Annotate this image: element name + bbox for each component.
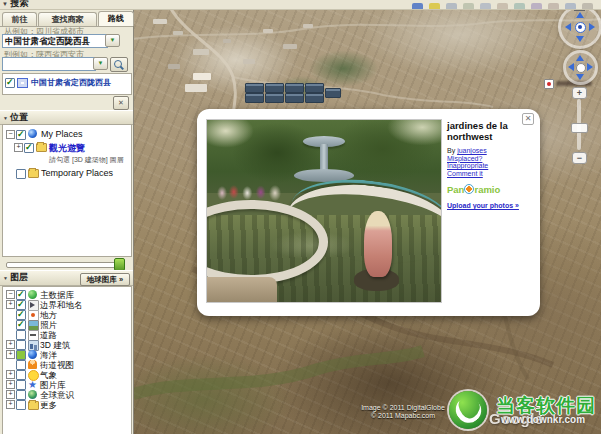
building — [173, 31, 183, 35]
layer-row[interactable]: 道路 — [3, 330, 132, 340]
expander-icon[interactable] — [6, 370, 15, 379]
layer-row[interactable]: 3D 建筑 — [3, 340, 132, 350]
move-down-arrow[interactable] — [576, 74, 584, 80]
look-up-arrow[interactable] — [576, 12, 584, 18]
move-left-arrow[interactable] — [568, 63, 574, 71]
search-button[interactable] — [110, 57, 128, 72]
author-link[interactable]: juanjoses — [457, 147, 487, 154]
look-ring[interactable] — [558, 5, 601, 49]
collapse-triangle-icon[interactable]: ▼ — [2, 1, 8, 7]
more-folder-icon — [28, 401, 39, 410]
building — [153, 19, 167, 24]
blue-building — [305, 83, 324, 93]
my-places-item[interactable]: My Places — [41, 129, 83, 139]
clock-tool-icon[interactable] — [497, 3, 508, 9]
layer-checkbox[interactable] — [16, 400, 26, 410]
expander-icon[interactable] — [6, 130, 15, 139]
print-tool-icon[interactable] — [582, 3, 593, 9]
search-result-item[interactable]: 中国甘肃省定西陇西县 — [31, 77, 111, 88]
tab-directions[interactable]: 路线 — [98, 11, 134, 26]
layer-checkbox[interactable] — [16, 390, 26, 400]
collapse-triangle-icon[interactable]: ▼ — [3, 115, 8, 121]
misplaced-link[interactable]: Misplaced? — [447, 155, 535, 163]
look-left-arrow[interactable] — [565, 23, 571, 31]
compass-eye-icon[interactable] — [575, 22, 586, 33]
from-input[interactable]: 中国甘肃省定西陇西县 — [2, 34, 108, 48]
google-earth-window: ▼ 搜索 前往 查找商家 路线 从例如：四川省成都市 中国甘肃省定西陇西县 ▼ … — [0, 0, 601, 434]
photo-title: jardines de la northwest — [447, 120, 535, 142]
record-tool-icon[interactable] — [480, 3, 491, 9]
ruler-tool-icon[interactable] — [548, 3, 559, 9]
layer-checkbox[interactable] — [16, 330, 26, 340]
expander-icon[interactable] — [6, 300, 15, 309]
layers-panel-header[interactable]: ▼图层 地球图库 » — [0, 270, 133, 286]
building — [223, 39, 231, 43]
email-tool-icon[interactable] — [565, 3, 576, 9]
upload-photos-link[interactable]: Upload your photos » — [447, 202, 535, 209]
layer-checkbox[interactable] — [16, 350, 26, 360]
expander-icon[interactable] — [6, 340, 15, 349]
my-places-checkbox[interactable] — [16, 130, 26, 140]
temporary-places-checkbox[interactable] — [16, 169, 26, 179]
earth-gallery-button[interactable]: 地球图库 » — [80, 273, 130, 286]
zoom-slider-handle[interactable] — [571, 123, 588, 133]
sightseeing-item[interactable]: 觀光遊覽 — [49, 142, 85, 155]
building — [185, 84, 207, 92]
path-tool-icon[interactable] — [446, 3, 457, 9]
joystick-center[interactable] — [576, 63, 586, 73]
panoramio-photo — [206, 119, 442, 303]
layer-row[interactable]: 气象 — [3, 370, 132, 380]
layer-checkbox[interactable] — [16, 360, 26, 370]
blue-building — [245, 83, 264, 93]
to-dropdown-button[interactable]: ▼ — [93, 57, 108, 70]
building — [303, 24, 313, 28]
expander-icon[interactable] — [14, 143, 23, 152]
expander-icon[interactable] — [6, 390, 15, 399]
building — [283, 44, 297, 49]
temporary-places-item[interactable]: Temporary Places — [41, 168, 113, 178]
layer-row[interactable]: 图片库 — [3, 380, 132, 390]
move-right-arrow[interactable] — [587, 63, 593, 71]
layer-checkbox[interactable] — [16, 320, 26, 330]
zoom-in-button[interactable]: + — [572, 87, 587, 99]
polygon-tool-icon[interactable] — [429, 3, 440, 9]
layer-row[interactable]: 照片 — [3, 320, 132, 330]
expander-icon[interactable] — [6, 290, 15, 299]
photo-people — [212, 182, 296, 202]
move-joystick[interactable] — [563, 50, 598, 85]
placemark-tool-icon[interactable] — [412, 3, 423, 9]
look-right-arrow[interactable] — [589, 23, 595, 31]
overlay-tool-icon[interactable] — [463, 3, 474, 9]
sun-tool-icon[interactable] — [514, 3, 525, 9]
layer-row[interactable]: 全球意识 — [3, 390, 132, 400]
planets-tool-icon[interactable] — [531, 3, 542, 9]
expander-icon[interactable] — [6, 380, 15, 389]
zoom-out-button[interactable]: − — [572, 152, 587, 164]
clear-results-button[interactable]: ✕ — [113, 96, 129, 110]
layer-row[interactable]: 海洋 — [3, 350, 132, 360]
collapse-triangle-icon[interactable]: ▼ — [3, 275, 8, 281]
sightseeing-checkbox[interactable] — [24, 143, 34, 153]
from-dropdown-button[interactable]: ▼ — [105, 34, 120, 47]
tour-slider-track[interactable] — [6, 262, 124, 268]
places-panel-header[interactable]: ▼位置 — [0, 110, 133, 125]
tab-find-businesses[interactable]: 查找商家 — [38, 12, 97, 26]
layer-checkbox[interactable] — [16, 380, 26, 390]
layer-checkbox[interactable] — [16, 370, 26, 380]
expander-icon[interactable] — [6, 350, 15, 359]
layer-checkbox[interactable] — [16, 340, 26, 350]
route-grid-icon — [17, 78, 28, 88]
expander-icon[interactable] — [6, 400, 15, 409]
tab-fly-to[interactable]: 前往 — [2, 12, 37, 26]
move-up-arrow[interactable] — [576, 55, 584, 61]
to-input[interactable] — [2, 57, 96, 71]
layer-row[interactable]: 更多 — [3, 400, 132, 410]
photo-marker-icon[interactable] — [544, 79, 554, 89]
photo-stone-edge — [207, 277, 277, 302]
layer-row[interactable]: 街道视图 — [3, 360, 132, 370]
inappropriate-link[interactable]: Inappropriate — [447, 162, 535, 170]
result-checkbox[interactable] — [5, 78, 15, 88]
look-down-arrow[interactable] — [576, 36, 584, 42]
blue-building — [285, 93, 304, 103]
comment-link[interactable]: Comment it — [447, 170, 535, 178]
